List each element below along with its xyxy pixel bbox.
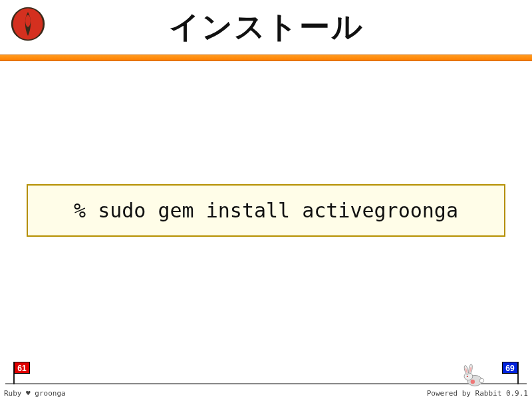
- slide-title: インストール: [0, 7, 532, 48]
- slide: インストール % sudo gem install activegroonga …: [0, 0, 532, 399]
- svg-point-9: [467, 376, 468, 377]
- rabbit-icon: [459, 360, 485, 387]
- current-page-number: 61: [14, 362, 30, 374]
- svg-point-10: [471, 380, 475, 384]
- footer-credit-right: Powered by Rabbit 0.9.1: [427, 389, 528, 398]
- progress-track: [5, 383, 527, 384]
- header-divider: [0, 55, 532, 61]
- current-page-flag: 61: [13, 362, 29, 384]
- footer-credit-left: Ruby ♥ groonga: [4, 389, 66, 398]
- total-pages-flag: 69: [503, 362, 519, 384]
- svg-point-2: [25, 15, 31, 27]
- slide-header: インストール: [0, 0, 532, 55]
- groonga-logo-icon: [9, 5, 47, 43]
- slide-body: % sudo gem install activegroonga: [0, 61, 532, 359]
- svg-point-11: [479, 378, 483, 382]
- total-pages-number: 69: [502, 362, 518, 374]
- slide-footer: 61 69 Ruby ♥ groonga Powered by Rabbit 0…: [0, 359, 532, 399]
- code-block: % sudo gem install activegroonga: [27, 184, 505, 237]
